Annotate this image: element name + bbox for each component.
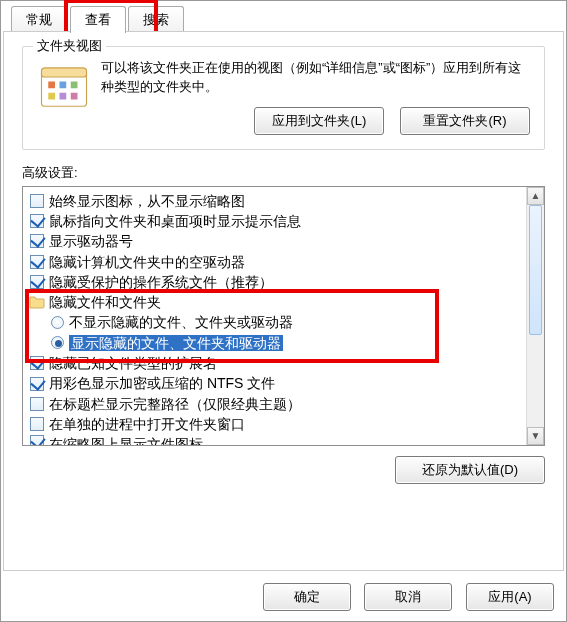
folder-options-dialog: 常规 查看 搜索 文件夹视图 [0, 0, 567, 622]
svg-rect-2 [48, 82, 55, 89]
advanced-item-11[interactable]: 在单独的进程中打开文件夹窗口 [29, 414, 544, 434]
advanced-item-1[interactable]: 鼠标指向文件夹和桌面项时显示提示信息 [29, 211, 544, 231]
advanced-item-12[interactable]: 在缩略图上显示文件图标 [29, 434, 544, 445]
ok-button[interactable]: 确定 [263, 583, 351, 611]
checkbox-icon[interactable] [30, 377, 44, 391]
advanced-item-label: 在单独的进程中打开文件夹窗口 [49, 414, 245, 434]
apply-to-folders-button[interactable]: 应用到文件夹(L) [254, 107, 384, 135]
advanced-item-2[interactable]: 显示驱动器号 [29, 231, 544, 251]
svg-rect-4 [71, 82, 78, 89]
advanced-item-9[interactable]: 用彩色显示加密或压缩的 NTFS 文件 [29, 373, 544, 393]
advanced-item-label: 隐藏已知文件类型的扩展名 [49, 353, 217, 373]
advanced-item-label: 不显示隐藏的文件、文件夹或驱动器 [69, 312, 293, 332]
apply-button[interactable]: 应用(A) [466, 583, 554, 611]
checkbox-icon[interactable] [30, 397, 44, 411]
folder-views-group: 文件夹视图 可以将该文件夹正在使用的视图（例如“详细信息”或 [22, 46, 545, 150]
advanced-item-label: 在缩略图上显示文件图标 [49, 434, 203, 445]
advanced-item-6[interactable]: 不显示隐藏的文件、文件夹或驱动器 [29, 312, 544, 332]
radio-icon[interactable] [51, 336, 64, 349]
tabstrip: 常规 查看 搜索 [1, 1, 566, 31]
tab-search[interactable]: 搜索 [128, 6, 184, 33]
checkbox-icon[interactable] [30, 417, 44, 431]
svg-rect-3 [60, 82, 67, 89]
checkbox-icon[interactable] [30, 234, 44, 248]
tab-view[interactable]: 查看 [70, 6, 126, 33]
checkbox-icon[interactable] [30, 214, 44, 228]
advanced-item-7[interactable]: 显示隐藏的文件、文件夹和驱动器 [29, 333, 544, 353]
folder-views-description: 可以将该文件夹正在使用的视图（例如“详细信息”或“图标”）应用到所有这种类型的文… [101, 59, 530, 97]
scroll-down-arrow-icon[interactable]: ▼ [527, 427, 544, 445]
checkbox-icon[interactable] [30, 194, 44, 208]
svg-rect-5 [48, 93, 55, 100]
checkbox-icon[interactable] [30, 275, 44, 289]
checkbox-icon[interactable] [30, 435, 44, 445]
svg-rect-7 [71, 93, 78, 100]
checkbox-icon[interactable] [30, 356, 44, 370]
advanced-item-label: 隐藏计算机文件夹中的空驱动器 [49, 252, 245, 272]
svg-rect-1 [42, 68, 87, 77]
advanced-settings-tree: 始终显示图标，从不显示缩略图鼠标指向文件夹和桌面项时显示提示信息显示驱动器号隐藏… [22, 186, 545, 446]
svg-rect-6 [60, 93, 67, 100]
advanced-item-0[interactable]: 始终显示图标，从不显示缩略图 [29, 191, 544, 211]
advanced-settings-label: 高级设置: [22, 164, 545, 182]
advanced-item-label: 显示隐藏的文件、文件夹和驱动器 [69, 333, 283, 353]
folder-views-icon [37, 59, 91, 113]
tab-general[interactable]: 常规 [11, 6, 67, 33]
reset-folders-button[interactable]: 重置文件夹(R) [400, 107, 530, 135]
advanced-item-5[interactable]: 隐藏文件和文件夹 [29, 292, 544, 312]
view-panel: 文件夹视图 可以将该文件夹正在使用的视图（例如“详细信息”或 [3, 31, 564, 571]
cancel-button[interactable]: 取消 [364, 583, 452, 611]
advanced-item-4[interactable]: 隐藏受保护的操作系统文件（推荐） [29, 272, 544, 292]
restore-defaults-button[interactable]: 还原为默认值(D) [395, 456, 545, 484]
folder-views-legend: 文件夹视图 [33, 37, 106, 55]
tree-scrollbar[interactable]: ▲ ▼ [526, 187, 544, 445]
advanced-item-label: 在标题栏显示完整路径（仅限经典主题） [49, 394, 301, 414]
scrollbar-thumb[interactable] [529, 205, 542, 335]
advanced-item-label: 隐藏文件和文件夹 [49, 292, 161, 312]
advanced-item-label: 鼠标指向文件夹和桌面项时显示提示信息 [49, 211, 301, 231]
advanced-item-10[interactable]: 在标题栏显示完整路径（仅限经典主题） [29, 394, 544, 414]
advanced-item-label: 用彩色显示加密或压缩的 NTFS 文件 [49, 373, 275, 393]
scroll-up-arrow-icon[interactable]: ▲ [527, 187, 544, 205]
folder-icon [29, 294, 45, 310]
checkbox-icon[interactable] [30, 255, 44, 269]
advanced-item-label: 始终显示图标，从不显示缩略图 [49, 191, 245, 211]
advanced-item-3[interactable]: 隐藏计算机文件夹中的空驱动器 [29, 252, 544, 272]
advanced-item-label: 隐藏受保护的操作系统文件（推荐） [49, 272, 273, 292]
advanced-item-8[interactable]: 隐藏已知文件类型的扩展名 [29, 353, 544, 373]
advanced-item-label: 显示驱动器号 [49, 231, 133, 251]
radio-icon[interactable] [51, 316, 64, 329]
dialog-buttons: 确定 取消 应用(A) [253, 583, 554, 611]
